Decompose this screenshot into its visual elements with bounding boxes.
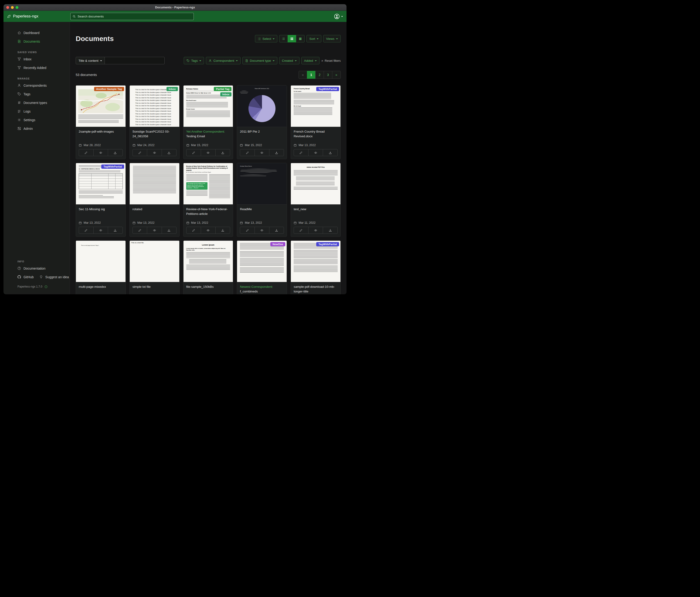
download-button[interactable] [216, 149, 230, 156]
filter-text-input[interactable] [104, 57, 165, 64]
preview-button[interactable] [201, 227, 216, 234]
preview-button[interactable] [254, 227, 270, 234]
tag-badge[interactable]: Inbox [167, 87, 178, 91]
page-button-2[interactable]: 2 [315, 71, 324, 79]
edit-button[interactable] [240, 149, 255, 156]
document-card[interactable]: Adobe Acrobat PDF Files test_new Mar 11,… [291, 163, 341, 237]
filter-added-button[interactable]: Added [301, 57, 320, 64]
preview-button[interactable] [254, 149, 270, 156]
document-thumbnail[interactable]: This is a test file. [130, 241, 179, 282]
document-title[interactable]: rotated [132, 207, 176, 212]
document-thumbnail[interactable]: Release Notes Simba ODBC Driver for SQL … [183, 86, 233, 127]
info-icon[interactable] [45, 285, 48, 288]
view-toggle-grid[interactable] [288, 35, 296, 42]
filter-created-button[interactable]: Created [279, 57, 299, 64]
tag-badge[interactable]: Partial Tag [214, 87, 231, 91]
document-card[interactable]: French Country Bread For the Leaven: Mix… [291, 85, 341, 159]
document-title[interactable]: test_new [294, 207, 338, 212]
download-button[interactable] [269, 149, 284, 156]
tag-badge[interactable]: Inbox [220, 92, 232, 96]
document-card[interactable]: Patient BP Distribution 2011 2011 BP Pie… [237, 85, 287, 159]
minimize-button[interactable] [11, 6, 14, 9]
document-title[interactable]: 2011 BP Pie 2 [240, 129, 284, 134]
edit-button[interactable] [294, 149, 308, 156]
preview-button[interactable] [93, 227, 108, 234]
download-button[interactable] [108, 227, 123, 234]
download-button[interactable] [323, 149, 338, 156]
edit-button[interactable] [79, 227, 94, 234]
document-thumbnail[interactable]: Review of New York Federal Petitions for… [183, 163, 233, 205]
download-button[interactable] [269, 227, 284, 234]
document-card[interactable]: TagWithPartial sample-pdf-download-10-mb… [291, 240, 341, 294]
sidebar-item-tags[interactable]: Tags [18, 90, 66, 98]
download-button[interactable] [323, 227, 338, 234]
document-title[interactable]: Sec 11-Missing sig [79, 207, 123, 212]
edit-button[interactable] [132, 227, 147, 234]
download-button[interactable] [108, 149, 123, 156]
page-next-button[interactable]: » [332, 71, 341, 79]
document-thumbnail[interactable]: Adobe Acrobat PDF Files [291, 163, 341, 205]
close-button[interactable] [6, 6, 9, 9]
document-card[interactable]: This is a multi page document. Page 1. m… [76, 240, 126, 294]
sidebar-item-documentation[interactable]: Documentation [18, 264, 66, 272]
sidebar-item-inbox[interactable]: Inbox [18, 55, 66, 63]
document-title[interactable]: Review-of-New-York-Federal-Petitions-art… [186, 207, 230, 216]
edit-button[interactable] [240, 227, 255, 234]
sidebar-item-recently-added[interactable]: Recently Added [18, 63, 66, 72]
sidebar-item-documents[interactable]: Documents [18, 37, 66, 46]
preview-button[interactable] [308, 227, 323, 234]
download-button[interactable] [161, 227, 176, 234]
preview-button[interactable] [147, 227, 162, 234]
document-thumbnail[interactable]: NewOne [237, 241, 287, 282]
edit-button[interactable] [294, 227, 308, 234]
document-card[interactable]: NewOne Newest Correspondent: f_combineds [237, 240, 287, 294]
brand[interactable]: Paperless-ngx [7, 14, 70, 19]
edit-button[interactable] [79, 149, 94, 156]
tag-badge[interactable]: TagWithPartial [101, 165, 124, 169]
document-card[interactable]: Lorem ipsum Lorem ipsum dolor sit amet, … [183, 240, 233, 294]
views-button[interactable]: Views [323, 35, 341, 42]
sidebar-item-admin[interactable]: Admin [18, 124, 66, 133]
document-title[interactable]: Sonstige ScanPC2022 03-24_081058 [132, 129, 176, 138]
page-button-1[interactable]: 1 [307, 71, 316, 79]
reset-filters-button[interactable]: × Reset filters [321, 59, 341, 63]
sidebar-item-correspondents[interactable]: Correspondents [18, 81, 66, 90]
tag-badge[interactable]: Another Sample Tag [94, 87, 124, 91]
select-button[interactable]: Select [255, 35, 278, 42]
edit-button[interactable] [186, 149, 201, 156]
filter-document-type-button[interactable]: Document type [243, 57, 277, 64]
filter-field-button[interactable]: Title & content [76, 57, 105, 64]
document-title[interactable]: French Country Bread Revised.docx [294, 129, 338, 138]
document-thumbnail[interactable]: This is a multi page document. Page 1. [76, 241, 126, 282]
document-title[interactable]: Yet Another Correspondent: Testing Email [186, 129, 230, 138]
document-title[interactable]: Newest Correspondent: f_combineds [240, 285, 284, 294]
view-toggle-details[interactable] [296, 35, 305, 42]
preview-button[interactable] [308, 149, 323, 156]
document-title[interactable]: simple txt file [132, 285, 176, 289]
download-button[interactable] [216, 227, 230, 234]
page-button-3[interactable]: 3 [324, 71, 332, 79]
filter-tags-button[interactable]: Tags [184, 57, 204, 64]
document-card[interactable]: This is a test for the double space char… [129, 85, 179, 159]
sidebar-item-logs[interactable]: Logs [18, 107, 66, 116]
correspondent-link[interactable]: Yet Another Correspondent: [186, 130, 225, 133]
zoom-button[interactable] [16, 6, 18, 9]
document-card[interactable]: Release Notes Simba ODBC Driver for SQL … [183, 85, 233, 159]
document-card[interactable]: Contact Sheet Demo ReadMe Mar 13, 2022 [237, 163, 287, 237]
document-card[interactable]: rotated Mar 13, 2022 [129, 163, 179, 237]
sidebar-item-suggest-idea[interactable]: Suggest an idea [39, 272, 69, 281]
tag-badge[interactable]: TagWithPartial [316, 242, 339, 246]
document-thumbnail[interactable]: 11. CONTINUING MEDICAL EDUCA TagWithPart… [76, 163, 126, 205]
document-thumbnail[interactable]: Lorem ipsum Lorem ipsum dolor sit amet, … [183, 241, 233, 282]
sidebar-item-document-types[interactable]: Document types [18, 98, 66, 107]
search-input[interactable] [78, 15, 192, 18]
document-card[interactable]: Another Sample Tag 2sample-pdf-with-imag… [76, 85, 126, 159]
tag-badge[interactable]: TagWithPartial [316, 87, 339, 91]
document-title[interactable]: file-sample_150kBs [186, 285, 230, 289]
document-card[interactable]: Review of New York Federal Petitions for… [183, 163, 233, 237]
document-title[interactable]: ReadMe [240, 207, 284, 212]
sort-button[interactable]: Sort [306, 35, 321, 42]
document-thumbnail[interactable]: Another Sample Tag [76, 86, 126, 127]
document-card[interactable]: 11. CONTINUING MEDICAL EDUCA TagWithPart… [76, 163, 126, 237]
preview-button[interactable] [93, 149, 108, 156]
